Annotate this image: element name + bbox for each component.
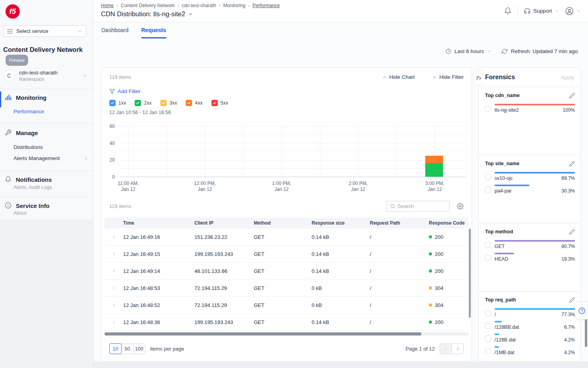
time-range-selector[interactable]: Last 6 hours xyxy=(445,48,491,54)
column-header[interactable]: Response Code xyxy=(429,220,468,226)
forensics-item-checkbox[interactable] xyxy=(485,106,491,112)
status-filter-checkbox[interactable]: 5xx xyxy=(211,100,228,106)
row-expand-chevron-icon[interactable] xyxy=(105,303,123,307)
status-filter-checkbox[interactable]: 4xx xyxy=(186,100,202,106)
y-axis-tick: 40 xyxy=(110,141,115,146)
column-header[interactable]: Time xyxy=(123,220,194,226)
forensics-section: Top method GET 80.7% HEAD 19.3% xyxy=(479,223,580,292)
page-size-100-button[interactable]: 100 xyxy=(133,343,145,354)
table-search[interactable] xyxy=(386,201,450,212)
x-axis-label: 2:00 PM,Jan 12 xyxy=(349,181,368,193)
forensics-item-checkbox[interactable] xyxy=(485,255,491,261)
page-size-50-button[interactable]: 50 xyxy=(121,343,133,354)
column-header[interactable]: Method xyxy=(254,220,312,226)
forensics-item-checkbox[interactable] xyxy=(485,187,491,193)
edit-icon[interactable] xyxy=(569,161,575,167)
table-vertical-scrollbar[interactable] xyxy=(469,229,471,318)
table-row[interactable]: 12 Jan 16:49:14 46.101.133.66 GET 0.14 k… xyxy=(105,263,468,280)
page-size-10-button[interactable]: 10 xyxy=(109,343,122,354)
forensics-collapse-tab[interactable] xyxy=(473,71,484,86)
forensics-item-checkbox[interactable] xyxy=(485,323,491,329)
forensics-item-checkbox[interactable] xyxy=(485,310,491,316)
scrollbar-thumb[interactable] xyxy=(105,332,421,336)
prev-page-button[interactable] xyxy=(440,343,452,354)
forensics-section-title: Top req_path xyxy=(485,297,516,303)
edit-icon[interactable] xyxy=(569,297,575,303)
row-expand-chevron-icon[interactable] xyxy=(105,252,123,256)
column-header[interactable]: Request Path xyxy=(370,220,429,226)
gear-icon[interactable] xyxy=(457,203,464,210)
sidebar-item-manage[interactable]: Manage xyxy=(0,129,93,136)
sidebar-item-notifications[interactable]: Notifications xyxy=(0,176,93,183)
next-page-button[interactable] xyxy=(451,343,464,354)
window-scrollbar[interactable] xyxy=(585,319,587,347)
forensics-item-checkbox[interactable] xyxy=(485,348,491,354)
breadcrumb-item[interactable]: Performance xyxy=(253,3,280,8)
row-expand-chevron-icon[interactable] xyxy=(105,320,123,324)
namespace-type: Namespace xyxy=(19,76,58,82)
select-service-dropdown[interactable]: Select service xyxy=(3,25,86,37)
forensics-item-label: tls-ng-site2 xyxy=(495,107,519,113)
hide-filter-button[interactable]: Hide Filter xyxy=(432,74,464,80)
chevron-down-icon[interactable] xyxy=(188,11,193,17)
wrench-icon xyxy=(5,129,12,136)
namespace-selector[interactable]: C cdn-test-sharath Namespace xyxy=(3,67,87,85)
status-filter-checkbox[interactable]: 3xx xyxy=(160,100,177,106)
search-input[interactable] xyxy=(398,203,446,209)
forensics-item: /128BB.dat 6.7% xyxy=(485,321,575,330)
tab-requests[interactable]: Requests xyxy=(141,27,166,38)
breadcrumb: Home›Content Delivery Network›cdn-test-s… xyxy=(101,3,280,8)
edit-icon[interactable] xyxy=(569,93,575,99)
sidebar-item-monitoring[interactable]: Monitoring xyxy=(0,94,93,101)
table-row[interactable]: 12 Jan 16:49:15 199.195.193.243 GET 0.14… xyxy=(105,246,468,263)
breadcrumb-separator: › xyxy=(177,3,179,8)
help-button[interactable] xyxy=(575,302,588,319)
column-header[interactable]: Client IP xyxy=(194,220,254,226)
table-row[interactable]: 12 Jan 16:48:36 199.195.193.243 GET 0.14… xyxy=(105,314,468,331)
status-dot xyxy=(429,303,432,307)
breadcrumb-item[interactable]: Home xyxy=(101,3,114,8)
forensics-item-bar xyxy=(495,240,575,242)
chevron-down-icon xyxy=(555,9,559,13)
status-filter-checkbox[interactable]: 1xx xyxy=(109,100,126,106)
forensics-item-bar xyxy=(495,104,575,105)
row-expand-chevron-icon[interactable] xyxy=(105,286,123,290)
row-expand-chevron-icon[interactable] xyxy=(105,235,123,239)
table-row[interactable]: 12 Jan 16:49:16 151.236.23.22 GET 0.14 k… xyxy=(105,229,468,246)
table-row[interactable]: 12 Jan 16:48:52 72.194.115.29 GET 0 kB /… xyxy=(105,297,468,314)
cell-method: GET xyxy=(254,302,312,308)
column-header[interactable]: Response size xyxy=(312,220,370,226)
forensics-item-checkbox[interactable] xyxy=(485,174,491,180)
bell-icon[interactable] xyxy=(504,7,512,15)
breadcrumb-separator: › xyxy=(219,3,221,8)
support-menu[interactable]: Support xyxy=(524,8,559,14)
forensics-item-bar xyxy=(495,308,575,310)
hide-chart-button[interactable]: Hide Chart xyxy=(382,74,415,80)
tab-dashboard[interactable]: Dashboard xyxy=(101,27,129,38)
sidebar-item-performance[interactable]: Performance xyxy=(13,109,44,114)
page-title[interactable]: CDN Distribution: tls-ng-site2 xyxy=(101,10,193,18)
breadcrumb-item[interactable]: Content Delivery Network xyxy=(121,3,175,8)
add-filter-button[interactable]: Add Filter xyxy=(109,88,141,94)
forensics-item-checkbox[interactable] xyxy=(485,336,491,341)
sidebar-item-alerts-management[interactable]: Alerts Management xyxy=(13,155,60,161)
forensics-item-percent: 77.3% xyxy=(561,312,575,317)
apply-button[interactable]: Apply xyxy=(561,74,574,80)
table-row[interactable]: 12 Jan 16:48:53 72.194.115.29 GET 0 kB /… xyxy=(105,280,468,297)
account-menu[interactable] xyxy=(565,7,581,15)
sidebar-item-distributions[interactable]: Distributions xyxy=(13,144,43,150)
cell-method: GET xyxy=(254,268,312,274)
edit-icon[interactable] xyxy=(569,229,575,235)
status-filter-checkbox[interactable]: 2xx xyxy=(135,100,151,106)
row-expand-chevron-icon[interactable] xyxy=(105,269,123,273)
refresh-button[interactable]: Refresh: Updated 7 min ago xyxy=(502,48,578,54)
breadcrumb-item[interactable]: Monitoring xyxy=(223,3,245,8)
chevron-right-icon[interactable] xyxy=(84,156,89,161)
y-axis-tick: 20 xyxy=(110,157,115,163)
x-axis-label: 1:00 PM,Jan 12 xyxy=(272,181,291,193)
forensics-item-checkbox[interactable] xyxy=(485,242,491,248)
table-horizontal-scrollbar[interactable] xyxy=(105,332,468,336)
breadcrumb-item[interactable]: cdn-test-sharath xyxy=(182,3,216,8)
page-title-text: CDN Distribution: tls-ng-site2 xyxy=(101,10,185,18)
sidebar-item-service-info[interactable]: Service Info xyxy=(0,202,93,209)
